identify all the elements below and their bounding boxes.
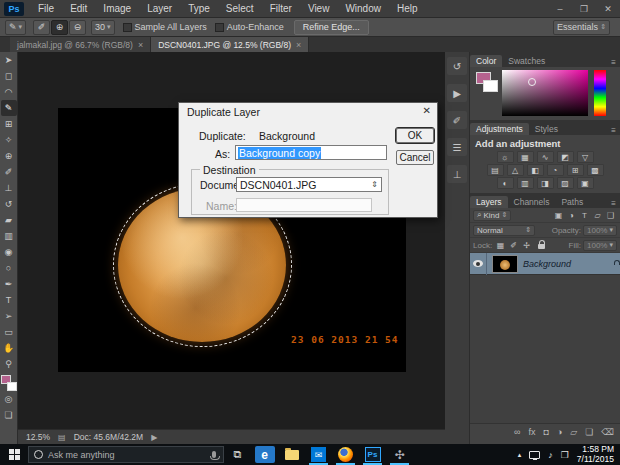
hue-slider[interactable] bbox=[594, 70, 606, 116]
restore-icon[interactable]: ❐ bbox=[572, 0, 596, 18]
blur-tool[interactable]: ◉ bbox=[1, 244, 17, 260]
blend-mode-dropdown[interactable]: Normal ⇕ bbox=[473, 225, 535, 236]
close-icon[interactable]: ✕ bbox=[596, 0, 620, 18]
photo-filter-icon[interactable]: ◔ bbox=[547, 164, 564, 176]
new-group-icon[interactable]: ▱ bbox=[570, 427, 577, 437]
clone-stamp-tool[interactable]: ⊥ bbox=[1, 180, 17, 196]
status-arrow-icon[interactable]: ▶ bbox=[151, 433, 157, 442]
taskbar-clock[interactable]: 1:58 PM 7/11/2015 bbox=[577, 445, 614, 464]
rectangular-marquee-tool[interactable]: ◻ bbox=[1, 68, 17, 84]
panel-menu-icon[interactable]: ≡ bbox=[611, 126, 616, 135]
lasso-tool[interactable]: ◠ bbox=[1, 84, 17, 100]
network-icon[interactable] bbox=[529, 451, 540, 459]
close-icon[interactable]: ✕ bbox=[423, 105, 431, 116]
pen-tool[interactable]: ✒ bbox=[1, 276, 17, 292]
threshold-icon[interactable]: ◨ bbox=[537, 177, 554, 189]
quick-selection-tool[interactable]: ✎ bbox=[1, 100, 17, 116]
eraser-tool[interactable]: ▰ bbox=[1, 212, 17, 228]
background-color-swatch[interactable] bbox=[7, 382, 17, 391]
adjustment-layer-icon[interactable]: ◑ bbox=[557, 427, 562, 437]
auto-enhance-checkbox[interactable] bbox=[215, 23, 224, 32]
menu-item[interactable]: Select bbox=[218, 0, 262, 18]
link-layers-icon[interactable]: ∞ bbox=[514, 427, 520, 437]
menu-item[interactable]: Help bbox=[389, 0, 426, 18]
filter-pixel-layers-icon[interactable]: ▣ bbox=[552, 210, 565, 221]
document-tab-dscn0401[interactable]: DSCN0401.JPG @ 12.5% (RGB/8) × bbox=[151, 37, 309, 52]
subtract-from-selection-mode-icon[interactable]: ⊖ bbox=[69, 20, 86, 35]
edge-taskbar-button[interactable]: e bbox=[251, 444, 278, 465]
vibrance-icon[interactable]: ▽ bbox=[577, 151, 594, 163]
channel-mixer-icon[interactable]: ⊞ bbox=[567, 164, 584, 176]
layer-mask-icon[interactable]: ◘ bbox=[543, 427, 548, 437]
filter-smart-objects-icon[interactable]: ❑ bbox=[604, 210, 617, 221]
clone-source-panel-icon[interactable]: ⊥ bbox=[447, 165, 467, 183]
close-icon[interactable]: × bbox=[138, 40, 143, 50]
brush-presets-panel-icon[interactable]: ☰ bbox=[447, 138, 467, 156]
tab-paths[interactable]: Paths bbox=[555, 196, 589, 208]
menu-item[interactable]: Filter bbox=[262, 0, 300, 18]
menu-item[interactable]: Layer bbox=[139, 0, 180, 18]
tab-swatches[interactable]: Swatches bbox=[502, 55, 551, 67]
brush-size-picker[interactable]: 30 ▾ bbox=[91, 20, 115, 35]
type-tool[interactable]: T bbox=[1, 292, 17, 308]
menu-item[interactable]: Window bbox=[337, 0, 389, 18]
posterize-icon[interactable]: ▥ bbox=[517, 177, 534, 189]
lock-all-icon[interactable] bbox=[535, 240, 548, 251]
menu-item[interactable]: Image bbox=[95, 0, 139, 18]
layer-filter-kind-dropdown[interactable]: ⌕ Kind ⇕ bbox=[473, 210, 511, 221]
brightness-contrast-icon[interactable]: ☼ bbox=[497, 151, 514, 163]
levels-icon[interactable]: ▦ bbox=[517, 151, 534, 163]
spot-healing-brush-tool[interactable]: ⊕ bbox=[1, 148, 17, 164]
color-picker-field[interactable] bbox=[502, 70, 588, 116]
invert-icon[interactable]: ◐ bbox=[497, 177, 514, 189]
status-menu-icon[interactable]: ▤ bbox=[58, 433, 66, 442]
new-selection-mode-icon[interactable]: ✐ bbox=[33, 20, 50, 35]
menu-item[interactable]: Type bbox=[180, 0, 218, 18]
history-panel-icon[interactable]: ↺ bbox=[447, 57, 467, 75]
lock-transparency-icon[interactable]: ▦ bbox=[494, 240, 507, 251]
ok-button[interactable]: OK bbox=[396, 128, 434, 143]
tab-channels[interactable]: Channels bbox=[508, 196, 556, 208]
task-view-button[interactable]: ⧉ bbox=[224, 444, 251, 465]
tab-styles[interactable]: Styles bbox=[529, 123, 564, 135]
microphone-icon[interactable] bbox=[212, 451, 216, 458]
gradient-tool[interactable]: ▥ bbox=[1, 228, 17, 244]
color-lookup-icon[interactable]: ▩ bbox=[587, 164, 604, 176]
dodge-tool[interactable]: ○ bbox=[1, 260, 17, 276]
crop-tool[interactable]: ⊞ bbox=[1, 116, 17, 132]
tool-preset-picker[interactable]: ✎ ▾ bbox=[5, 20, 26, 35]
opacity-field[interactable]: 100% ▾ bbox=[583, 225, 617, 236]
rectangle-tool[interactable]: ▭ bbox=[1, 324, 17, 340]
history-brush-tool[interactable]: ↺ bbox=[1, 196, 17, 212]
add-to-selection-mode-icon[interactable]: ⊕ bbox=[51, 20, 68, 35]
brush-panel-icon[interactable]: ✐ bbox=[447, 111, 467, 129]
zoom-tool[interactable]: ⚲ bbox=[1, 356, 17, 372]
sample-all-layers-checkbox[interactable] bbox=[123, 23, 132, 32]
screen-mode-button[interactable]: ❏ bbox=[1, 407, 17, 423]
hand-tool[interactable]: ✋ bbox=[1, 340, 17, 356]
layer-thumbnail[interactable] bbox=[492, 255, 518, 273]
cancel-button[interactable]: Cancel bbox=[396, 150, 434, 165]
filter-adjustment-layers-icon[interactable]: ◑ bbox=[565, 210, 578, 221]
app-taskbar-button[interactable]: ✣ bbox=[386, 444, 413, 465]
tab-adjustments[interactable]: Adjustments bbox=[470, 123, 529, 135]
layer-name-input[interactable]: Background copy bbox=[235, 145, 387, 160]
menu-item[interactable]: File bbox=[30, 0, 62, 18]
mail-taskbar-button[interactable]: ✉ bbox=[305, 444, 332, 465]
hue-saturation-icon[interactable]: ▤ bbox=[487, 164, 504, 176]
show-hidden-icons[interactable]: ▴ bbox=[518, 451, 522, 459]
document-dropdown[interactable]: DSCN0401.JPG ⇕ bbox=[236, 177, 382, 192]
selective-color-icon[interactable]: ▣ bbox=[577, 177, 594, 189]
workspace-switcher[interactable]: Essentials ⇕ bbox=[553, 20, 610, 35]
layer-effects-icon[interactable]: fx bbox=[528, 427, 535, 437]
gradient-map-icon[interactable]: ▨ bbox=[557, 177, 574, 189]
menu-item[interactable]: Edit bbox=[62, 0, 95, 18]
delete-layer-icon[interactable]: ⌫ bbox=[601, 427, 614, 437]
layer-row-background[interactable]: Background bbox=[470, 253, 620, 275]
lock-position-icon[interactable]: ✢ bbox=[520, 240, 533, 251]
path-selection-tool[interactable]: ➢ bbox=[1, 308, 17, 324]
action-center-icon[interactable]: ❐ bbox=[561, 450, 569, 460]
panel-menu-icon[interactable]: ≡ bbox=[611, 199, 616, 208]
move-tool[interactable]: ➤ bbox=[1, 52, 17, 68]
file-explorer-taskbar-button[interactable] bbox=[278, 444, 305, 465]
